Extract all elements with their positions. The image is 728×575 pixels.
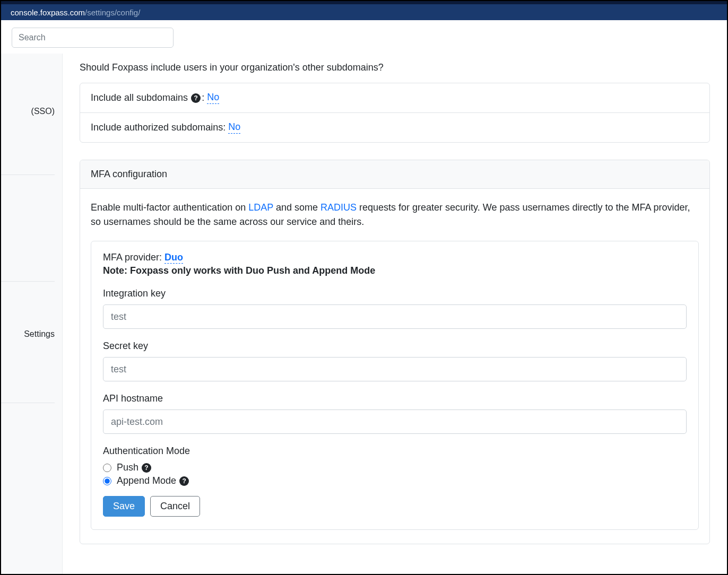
sidebar-separator [1,403,55,403]
subdomains-question: Should Foxpass include users in your org… [80,62,710,73]
url-bar: console.foxpass.com/settings/config/ [1,4,727,20]
include-auth-value-link[interactable]: No [228,121,240,134]
help-icon[interactable]: ? [191,93,201,103]
integration-key-input[interactable] [103,304,687,329]
mfa-description: Enable multi-factor authentication on LD… [91,201,699,229]
help-icon[interactable]: ? [142,463,151,473]
api-hostname-label: API hostname [103,393,687,404]
sidebar-separator [1,175,55,175]
radius-link[interactable]: RADIUS [320,202,357,213]
include-authorized-subdomains-row: Include authorized subdomains: No [80,113,709,142]
push-radio[interactable] [103,464,111,472]
auth-mode-push-row[interactable]: Push ? [103,462,687,473]
url-path: /settings/config/ [85,8,140,17]
mfa-panel: MFA configuration Enable multi-factor au… [80,160,710,544]
integration-key-label: Integration key [103,288,687,299]
mfa-panel-header: MFA configuration [80,160,709,189]
mfa-note: Note: Foxpass only works with Duo Push a… [103,265,687,276]
mfa-form-card: MFA provider: Duo Note: Foxpass only wor… [91,241,699,530]
mfa-provider-line: MFA provider: Duo [103,252,687,263]
sidebar: (SSO) Settings [1,54,63,574]
url-host: console.foxpass.com [11,8,85,17]
main-content: Should Foxpass include users in your org… [63,54,727,574]
include-all-label: Include all subdomains [91,92,188,103]
api-hostname-input[interactable] [103,410,687,434]
append-radio-label: Append Mode [117,475,176,486]
secret-key-input[interactable] [103,357,687,381]
mfa-provider-link[interactable]: Duo [164,252,183,264]
search-bar-wrap [1,20,727,54]
push-radio-label: Push [117,462,138,473]
secret-key-label: Secret key [103,341,687,352]
append-radio[interactable] [103,477,111,485]
auth-mode-label: Authentication Mode [103,446,687,457]
include-all-value-link[interactable]: No [207,92,219,104]
include-auth-label: Include authorized subdomains: [91,122,226,133]
sidebar-item-sso[interactable]: (SSO) [1,101,62,121]
save-button[interactable]: Save [103,496,145,517]
help-icon[interactable]: ? [179,476,189,486]
auth-mode-append-row[interactable]: Append Mode ? [103,475,687,486]
cancel-button[interactable]: Cancel [150,496,200,517]
ldap-link[interactable]: LDAP [248,202,273,213]
sidebar-item-settings[interactable]: Settings [1,324,62,344]
search-input[interactable] [12,28,174,48]
include-all-subdomains-row: Include all subdomains ?: No [80,83,709,113]
subdomains-card: Include all subdomains ?: No Include aut… [80,83,710,143]
